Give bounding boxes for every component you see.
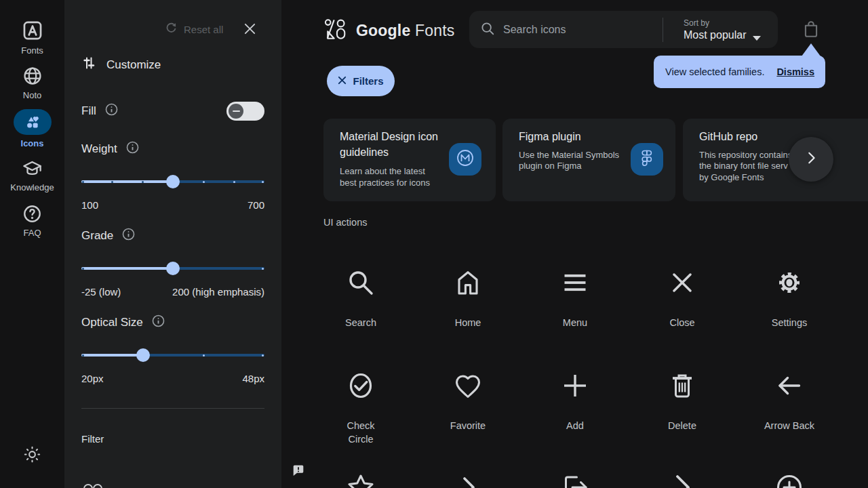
icon-label: Arrow Back [762,419,816,432]
weight-slider[interactable] [81,175,264,188]
optical-max: 48px [242,373,264,384]
search-sort-bar: Search icons Sort by Most popular [469,11,778,48]
info-icon[interactable] [126,141,139,157]
grade-max: 200 (high emphasis) [172,286,264,298]
carousel-next-button[interactable] [789,137,833,182]
icon-tile-add[interactable]: Add [521,364,629,432]
icon-tile-close[interactable]: Close [629,261,736,329]
close-icon [243,22,256,38]
customize-header: Customize [81,56,161,74]
weight-slider-thumb[interactable] [166,175,180,188]
arrow-forward-ios-icon [629,471,736,488]
fill-label: Fill [81,104,96,118]
sidebar-item-faq[interactable]: FAQ [0,203,64,238]
dismiss-link[interactable]: Dismiss [776,66,814,77]
icon-tile-arrow-forward-ios[interactable] [629,466,736,488]
shopping-bag-icon [802,30,821,41]
help-icon [0,203,64,224]
icon-tile-check-circle[interactable]: Check Circle [307,364,414,446]
icon-tile-favorite[interactable]: Favorite [414,364,521,432]
icon-tile-star[interactable] [307,466,414,488]
close-panel-button[interactable] [239,20,260,40]
trash-icon [629,369,736,402]
info-icon[interactable] [122,228,135,244]
shapes-icon [24,114,41,131]
feedback-button[interactable] [292,464,304,479]
globe-icon [0,65,64,87]
logo-text: Google Fonts [356,22,455,40]
icon-tile-menu[interactable]: Menu [521,261,629,329]
weight-label: Weight [81,142,117,156]
info-icon[interactable] [152,314,165,331]
optical-size-slider[interactable] [81,348,264,362]
icon-tile-delete[interactable]: Delete [629,364,736,432]
card-description: This repository contains the binary font… [699,150,863,184]
toggle-knob [229,104,243,119]
fill-toggle[interactable] [226,102,264,121]
logout-icon [521,471,629,488]
icon-label: Home [441,316,495,329]
search-icon [480,21,495,39]
logo-word-fonts: Fonts [415,22,455,39]
view-selected-families-tooltip: View selected families. Dismiss [654,56,825,88]
customize-title: Customize [106,58,161,72]
weight-max: 700 [248,199,264,211]
filter-section-label: Filter [81,433,104,445]
selected-families-bag-button[interactable] [802,19,821,39]
search-placeholder: Search icons [503,24,566,36]
reset-icon [165,22,178,37]
icon-label: Close [655,316,709,329]
icon-tile-settings[interactable]: Settings [736,261,843,329]
google-fonts-logo-glyph [323,18,349,43]
optical-size-row: Optical Size [81,314,165,331]
logo-word-google: Google [356,22,410,39]
icon-tile-search[interactable]: Search [307,261,414,329]
weight-row: Weight [81,141,139,157]
fill-row: Fill [81,103,118,119]
partial-filter-icon [83,479,103,488]
reset-all-button[interactable]: Reset all [165,22,223,37]
weight-min: 100 [81,199,98,211]
material-design-logo-icon [456,148,475,170]
tune-icon [81,56,96,74]
icon-label: Menu [548,316,602,329]
optical-size-label: Optical Size [81,316,143,329]
filters-chip[interactable]: Filters [327,66,395,96]
close-icon [629,266,736,299]
brightness-icon [22,455,42,466]
sidebar-item-noto[interactable]: Noto [0,65,64,100]
menu-icon [521,266,629,299]
card-github-repo[interactable]: GitHub repo This repository contains the… [683,119,868,201]
sidebar-item-icons[interactable]: Icons [0,109,64,148]
theme-toggle-button[interactable] [22,445,42,467]
icon-tile-chevron-right[interactable] [414,466,521,488]
card-title: Figma plugin [519,129,659,145]
plus-icon [521,369,629,402]
icon-label: Settings [762,316,816,329]
grade-slider[interactable] [81,262,264,275]
optical-size-slider-thumb[interactable] [136,348,150,362]
search-input[interactable]: Search icons [469,21,663,39]
icon-tile-home[interactable]: Home [414,261,521,329]
settings-icon [736,266,843,299]
icon-tile-logout[interactable] [521,466,629,488]
sidebar-item-knowledge[interactable]: Knowledge [0,158,64,192]
divider [81,408,264,409]
google-fonts-logo[interactable]: Google Fonts [323,18,455,43]
card-figma-plugin[interactable]: Figma plugin Use the Material Symbols pl… [502,119,675,201]
icon-tile-add-circle[interactable] [736,466,843,488]
sidebar-item-label: Fonts [0,45,64,56]
sidebar-item-fonts[interactable]: Fonts [0,19,64,56]
check-circle-icon [307,369,414,402]
icon-tile-arrow-back[interactable]: Arrow Back [736,364,843,432]
grade-min: -25 (low) [81,286,121,298]
info-icon[interactable] [105,103,118,119]
sidebar-item-label: Noto [0,90,64,100]
figma-logo-icon [639,149,655,169]
grade-slider-thumb[interactable] [166,262,180,275]
grade-minmax: -25 (low) 200 (high emphasis) [81,286,264,298]
grade-row: Grade [81,228,135,244]
sort-dropdown[interactable]: Sort by Most popular [663,18,777,41]
close-icon[interactable] [338,75,347,87]
card-material-design-guidelines[interactable]: Material Design icon guidelines Learn ab… [323,119,496,201]
